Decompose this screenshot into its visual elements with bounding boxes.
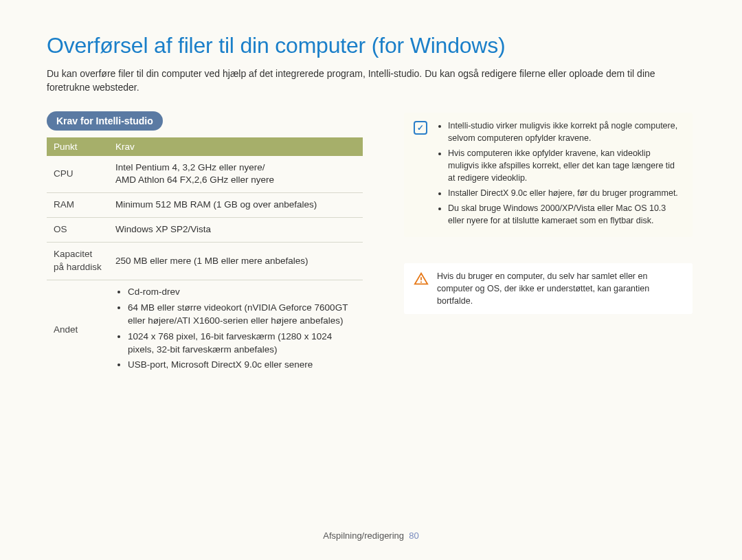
cell-capacity-value: 250 MB eller mere (1 MB eller mere anbef… <box>109 243 363 280</box>
requirements-table: Punkt Krav CPU Intel Pentium 4, 3,2 GHz … <box>47 137 363 381</box>
cell-ram-label: RAM <box>47 193 109 218</box>
list-item: Hvis computeren ikke opfylder kravene, k… <box>448 147 683 184</box>
table-row: Andet Cd-rom-drev64 MB eller større vide… <box>47 280 363 380</box>
list-item: 64 MB eller større videokort (nVIDIA Gef… <box>128 302 356 328</box>
table-row: Kapacitet på harddisk 250 MB eller mere … <box>47 243 363 280</box>
cell-cpu-value: Intel Pentium 4, 3,2 GHz eller nyere/ AM… <box>109 156 363 193</box>
two-column-layout: Krav for Intelli-studio Punkt Krav CPU I… <box>47 111 695 381</box>
table-row: OS Windows XP SP2/Vista <box>47 218 363 243</box>
cell-other-value: Cd-rom-drev64 MB eller større videokort … <box>109 280 363 380</box>
page-title: Overførsel af filer til din computer (fo… <box>47 33 695 58</box>
list-item: Intelli-studio virker muligvis ikke korr… <box>448 120 683 144</box>
page-content: Overførsel af filer til din computer (fo… <box>0 0 742 401</box>
footer-section: Afspilning/redigering <box>323 530 404 541</box>
cell-ram-value: Minimum 512 MB RAM (1 GB og over anbefal… <box>109 193 363 218</box>
cell-os-value: Windows XP SP2/Vista <box>109 218 363 243</box>
list-item: USB-port, Microsoft DirectX 9.0c eller s… <box>128 359 356 372</box>
info-note-box: ✓ Intelli-studio virker muligvis ikke ko… <box>404 113 693 237</box>
cell-cpu-label: CPU <box>47 156 109 193</box>
left-column: Krav for Intelli-studio Punkt Krav CPU I… <box>47 111 363 381</box>
cell-os-label: OS <box>47 218 109 243</box>
svg-point-1 <box>420 281 422 282</box>
page-footer: Afspilning/redigering 80 <box>0 530 742 541</box>
list-item: Cd-rom-drev <box>128 286 356 299</box>
table-row: CPU Intel Pentium 4, 3,2 GHz eller nyere… <box>47 156 363 193</box>
right-column: ✓ Intelli-studio virker muligvis ikke ko… <box>404 111 693 381</box>
table-header-col1: Punkt <box>47 137 109 156</box>
section-badge: Krav for Intelli-studio <box>47 111 163 131</box>
list-item: 1024 x 768 pixel, 16-bit farveskærm (128… <box>128 331 356 357</box>
warning-icon <box>414 271 429 287</box>
table-row: RAM Minimum 512 MB RAM (1 GB og over anb… <box>47 193 363 218</box>
warning-text: Hvis du bruger en computer, du selv har … <box>437 270 683 307</box>
footer-page-number: 80 <box>409 530 418 541</box>
table-header-col2: Krav <box>109 137 363 156</box>
info-icon: ✓ <box>414 121 429 136</box>
warning-note-box: Hvis du bruger en computer, du selv har … <box>404 263 693 314</box>
info-notes-list: Intelli-studio virker muligvis ikke korr… <box>437 120 683 230</box>
cell-other-label: Andet <box>47 280 109 380</box>
list-item: Du skal bruge Windows 2000/XP/Vista elle… <box>448 202 683 227</box>
list-item: Installer DirectX 9.0c eller højere, før… <box>448 187 683 199</box>
intro-paragraph: Du kan overføre filer til din computer v… <box>47 67 695 95</box>
cell-capacity-label: Kapacitet på harddisk <box>47 243 109 280</box>
